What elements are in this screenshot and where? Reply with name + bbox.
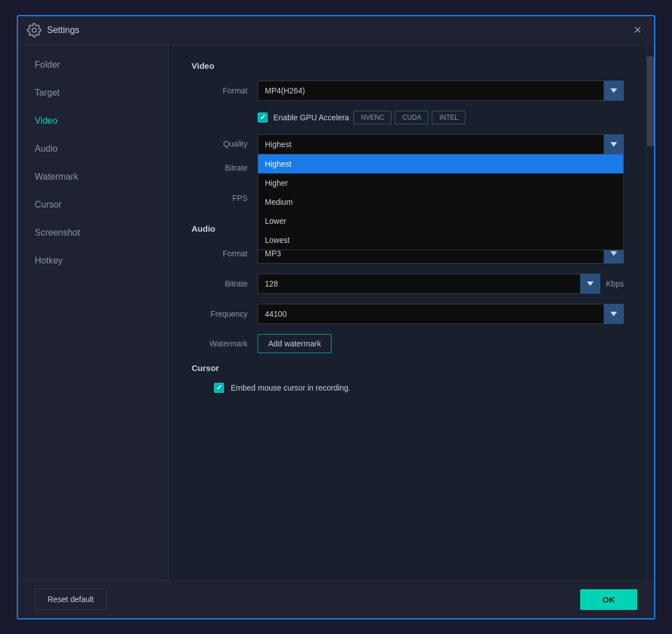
sidebar-item-hotkey[interactable]: Hotkey — [18, 247, 169, 275]
embed-cursor-label: Embed mouse cursor in recording. — [231, 383, 351, 392]
format-select-wrapper[interactable]: MP4(H264) — [258, 81, 624, 101]
frequency-label: Frequency — [192, 309, 248, 318]
settings-icon — [27, 23, 41, 37]
scrollbar-track[interactable] — [646, 45, 654, 580]
ok-button[interactable]: OK — [580, 589, 638, 610]
quality-arrow-icon — [610, 142, 617, 147]
audio-bitrate-row: Bitrate 128 Kbps — [192, 274, 624, 294]
main-layout: Folder Target Video Audio Watermark Curs… — [18, 45, 654, 580]
gpu-checkbox[interactable] — [258, 112, 268, 123]
sidebar-item-target[interactable]: Target — [18, 79, 169, 107]
window-title: Settings — [47, 25, 629, 35]
reset-default-button[interactable]: Reset default — [35, 589, 107, 610]
nvenc-button[interactable]: NVENC — [353, 111, 391, 124]
format-label: Format — [192, 86, 248, 95]
sidebar-item-folder[interactable]: Folder — [18, 51, 169, 79]
add-watermark-button[interactable]: Add watermark — [258, 334, 332, 353]
quality-options-list: Highest Higher Medium Lower Lowest — [258, 154, 624, 250]
gpu-label: Enable GPU Accelera — [273, 113, 349, 122]
quality-option-lower[interactable]: Lower — [258, 212, 623, 231]
quality-option-highest[interactable]: Highest — [258, 154, 623, 173]
quality-header[interactable]: Highest — [258, 134, 624, 154]
format-select[interactable]: MP4(H264) — [258, 81, 624, 101]
quality-option-lowest[interactable]: Lowest — [258, 231, 623, 250]
video-section-title: Video — [192, 61, 624, 71]
quality-selected-value: Highest — [265, 140, 291, 149]
footer: Reset default OK — [18, 580, 654, 618]
video-bitrate-label: Bitrate — [192, 163, 248, 172]
close-button[interactable]: ✕ — [629, 22, 645, 38]
embed-cursor-checkbox[interactable] — [214, 383, 224, 393]
quality-arrow — [604, 134, 624, 154]
frequency-select-wrapper[interactable]: 44100 — [258, 304, 624, 324]
sidebar: Folder Target Video Audio Watermark Curs… — [18, 45, 169, 580]
sidebar-item-watermark[interactable]: Watermark — [18, 163, 169, 191]
quality-row: Quality Highest Highest Highe — [192, 134, 624, 154]
frequency-select[interactable]: 44100 — [258, 304, 624, 324]
fps-label: FPS — [192, 194, 248, 203]
settings-window: Settings ✕ Folder Target Video Audio Wat… — [17, 15, 655, 619]
intel-button[interactable]: INTEL — [432, 111, 465, 124]
cuda-button[interactable]: CUDA — [395, 111, 428, 124]
embed-cursor-row: Embed mouse cursor in recording. — [192, 383, 624, 393]
sidebar-item-video[interactable]: Video — [18, 107, 169, 135]
format-row: Format MP4(H264) — [192, 81, 624, 101]
gpu-row: Enable GPU Accelera NVENC CUDA INTEL — [192, 111, 624, 124]
content-scroll[interactable]: Video Format MP4(H264) Enable GP — [169, 45, 646, 580]
sidebar-item-screenshot[interactable]: Screenshot — [18, 219, 169, 247]
content-area: Video Format MP4(H264) Enable GP — [169, 45, 654, 580]
quality-label: Quality — [192, 134, 248, 148]
audio-bitrate-select[interactable]: 128 — [258, 274, 600, 294]
svg-point-0 — [32, 28, 36, 32]
audio-bitrate-unit: Kbps — [606, 279, 624, 288]
audio-bitrate-label: Bitrate — [192, 279, 248, 288]
audio-format-label: Format — [192, 249, 248, 258]
bottom-spacer — [192, 393, 624, 415]
sidebar-item-cursor[interactable]: Cursor — [18, 191, 169, 219]
gpu-buttons: NVENC CUDA INTEL — [353, 111, 465, 124]
frequency-row: Frequency 44100 — [192, 304, 624, 324]
scrollbar-thumb[interactable] — [647, 57, 654, 146]
quality-option-medium[interactable]: Medium — [258, 192, 623, 212]
quality-dropdown[interactable]: Highest Highest Higher Medium Lower Lowe… — [258, 134, 624, 154]
sidebar-item-audio[interactable]: Audio — [18, 135, 169, 163]
title-bar: Settings ✕ — [18, 16, 654, 45]
cursor-section-title: Cursor — [192, 363, 624, 373]
quality-option-higher[interactable]: Higher — [258, 173, 623, 192]
gpu-checkbox-wrapper: Enable GPU Accelera — [258, 112, 349, 123]
watermark-row: Watermark Add watermark — [192, 334, 624, 353]
audio-bitrate-select-wrapper[interactable]: 128 — [258, 274, 600, 294]
watermark-label: Watermark — [192, 339, 248, 348]
